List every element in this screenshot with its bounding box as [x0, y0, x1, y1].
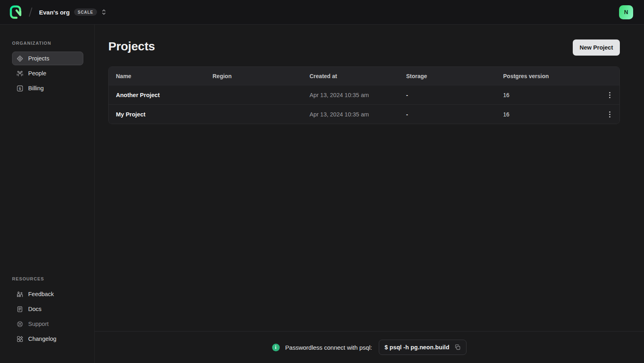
project-postgres-version: 16 — [503, 92, 600, 98]
sidebar-item-changelog[interactable]: Changelog — [12, 332, 83, 346]
project-name[interactable]: My Project — [116, 111, 213, 118]
sidebar-item-label: People — [28, 70, 46, 77]
sidebar-section-organization: ORGANIZATION — [0, 41, 94, 46]
table-row[interactable]: Another Project Apr 13, 2024 10:35 am - … — [109, 85, 619, 104]
project-storage: - — [406, 92, 503, 98]
new-project-button[interactable]: New Project — [573, 39, 620, 56]
sidebar-item-support[interactable]: Support — [12, 317, 83, 331]
people-icon — [16, 70, 23, 77]
org-switcher-chevrons-icon[interactable] — [101, 9, 107, 15]
breadcrumb-slash — [29, 7, 33, 17]
row-actions-kebab-icon[interactable] — [607, 89, 613, 101]
changelog-icon — [16, 335, 23, 342]
sidebar-item-label: Projects — [28, 55, 49, 62]
billing-icon: $ — [16, 85, 23, 92]
plan-badge: SCALE — [74, 8, 97, 16]
project-name[interactable]: Another Project — [116, 92, 213, 98]
sidebar-item-label: Docs — [28, 306, 41, 312]
org-name[interactable]: Evan's org — [39, 9, 70, 16]
table-header-row: Name Region Created at Storage Postgres … — [109, 67, 619, 85]
page-title: Projects — [108, 39, 155, 53]
column-header-created-at: Created at — [310, 73, 406, 79]
project-storage: - — [406, 111, 503, 118]
sidebar-item-people[interactable]: People — [12, 66, 83, 80]
table-row[interactable]: My Project Apr 13, 2024 10:35 am - 16 — [109, 104, 619, 124]
main-content: Projects New Project Name Region Created… — [95, 25, 644, 363]
sidebar: ORGANIZATION Projects People — [0, 25, 95, 363]
feedback-icon — [16, 290, 23, 298]
neon-logo-icon[interactable] — [9, 5, 24, 19]
row-actions-kebab-icon[interactable] — [607, 109, 613, 120]
project-postgres-version: 16 — [503, 111, 600, 118]
column-header-postgres-version: Postgres version — [503, 73, 600, 79]
psql-command: $ psql -h pg.neon.build — [384, 344, 449, 351]
docs-icon — [16, 305, 23, 313]
project-created-at: Apr 13, 2024 10:35 am — [310, 111, 406, 118]
topbar: Evan's org SCALE N — [0, 0, 644, 25]
projects-table: Name Region Created at Storage Postgres … — [108, 66, 620, 124]
sidebar-item-label: Support — [28, 321, 49, 327]
psql-footer-bar: i Passwordless connect with psql: $ psql… — [95, 331, 644, 363]
svg-text:$: $ — [19, 86, 21, 90]
sidebar-item-label: Feedback — [28, 291, 54, 297]
sidebar-item-docs[interactable]: Docs — [12, 302, 83, 316]
project-created-at: Apr 13, 2024 10:35 am — [310, 92, 406, 98]
projects-icon — [16, 55, 23, 62]
sidebar-item-label: Changelog — [28, 336, 56, 342]
sidebar-section-resources: RESOURCES — [0, 276, 94, 281]
psql-command-chip[interactable]: $ psql -h pg.neon.build — [379, 340, 466, 355]
support-icon — [16, 320, 23, 328]
sidebar-item-billing[interactable]: $ Billing — [12, 81, 83, 95]
sidebar-item-label: Billing — [28, 85, 44, 91]
sidebar-item-feedback[interactable]: Feedback — [12, 287, 83, 301]
info-icon: i — [272, 344, 280, 351]
sidebar-item-projects[interactable]: Projects — [12, 52, 83, 65]
copy-icon[interactable] — [454, 344, 461, 351]
psql-message: Passwordless connect with psql: — [285, 344, 372, 351]
column-header-name: Name — [116, 73, 213, 79]
column-header-storage: Storage — [406, 73, 503, 79]
column-header-region: Region — [213, 73, 310, 79]
user-avatar[interactable]: N — [619, 5, 633, 19]
